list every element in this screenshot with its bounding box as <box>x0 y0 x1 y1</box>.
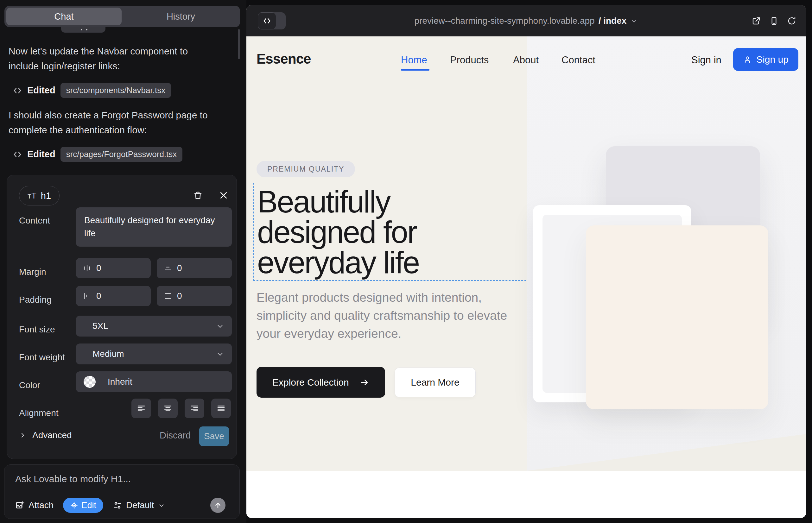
chevron-right-icon <box>19 432 27 439</box>
sign-in-link[interactable]: Sign in <box>691 54 721 66</box>
transparent-swatch-icon <box>84 376 96 388</box>
edit-mode-button[interactable]: Edit <box>63 498 103 513</box>
panel-tabs: Chat History <box>4 6 240 27</box>
code-icon <box>13 150 22 159</box>
edited-label: Edited <box>27 85 55 96</box>
nav-link-home[interactable]: Home <box>401 54 427 66</box>
padding-horizontal-icon <box>83 292 91 300</box>
align-justify-button[interactable] <box>211 399 231 418</box>
send-button[interactable] <box>210 498 226 513</box>
discard-button[interactable]: Discard <box>160 430 191 441</box>
hero-headline-line: everyday life <box>257 247 419 278</box>
scrolled-chip-partial <box>61 27 105 33</box>
mobile-view-icon[interactable] <box>769 16 779 26</box>
font-weight-select[interactable]: Medium <box>76 343 232 364</box>
url-bar[interactable]: preview--charming-site-symphony.lovable.… <box>246 5 806 36</box>
code-icon <box>13 86 22 95</box>
edited-label: Edited <box>27 149 55 160</box>
align-right-button[interactable] <box>184 399 204 418</box>
chat-panel: Chat History Now let's update the Navbar… <box>0 0 246 523</box>
font-weight-label: Font weight <box>19 353 65 362</box>
margin-y-input[interactable]: 0 <box>157 258 232 278</box>
refresh-icon[interactable] <box>787 16 796 26</box>
decorative-card-cream <box>586 226 768 409</box>
nav-active-underline <box>401 69 429 71</box>
alignment-label: Alignment <box>19 408 58 418</box>
hero-subtext: Elegant products designed with intention… <box>257 288 513 343</box>
font-size-label: Font size <box>19 325 55 335</box>
color-picker[interactable]: Inherit <box>76 371 232 392</box>
padding-vertical-icon <box>164 292 172 300</box>
advanced-toggle[interactable]: Advanced <box>19 430 72 440</box>
typography-icon: тT <box>28 191 36 201</box>
chevron-down-icon <box>216 322 224 330</box>
padding-x-input[interactable]: 0 <box>76 286 151 306</box>
site-canvas: Essence Home Products About Contact Sign… <box>246 36 806 518</box>
preview-window: preview--charming-site-symphony.lovable.… <box>246 5 806 518</box>
element-editor-panel: тT h1 Content Beautifully designed for e… <box>7 175 237 459</box>
padding-y-input[interactable]: 0 <box>157 286 232 306</box>
site-logo[interactable]: Essence <box>257 51 311 67</box>
save-button[interactable]: Save <box>199 427 229 446</box>
edited-file-row: Edited src/components/Navbar.tsx <box>13 83 171 98</box>
code-icon <box>258 12 276 30</box>
content-label: Content <box>19 216 50 226</box>
nav-link-about[interactable]: About <box>513 54 539 66</box>
hero-headline-line: Beautifully <box>257 186 390 217</box>
margin-x-input[interactable]: 0 <box>76 258 151 278</box>
align-center-button[interactable] <box>158 399 178 418</box>
color-label: Color <box>19 380 40 390</box>
nav-link-contact[interactable]: Contact <box>562 54 595 66</box>
chevron-down-icon <box>216 350 224 358</box>
chevron-down-icon <box>158 502 165 509</box>
url-domain: preview--charming-site-symphony.lovable.… <box>414 16 595 26</box>
chevron-down-icon[interactable] <box>630 17 638 25</box>
font-size-select[interactable]: 5XL <box>76 315 232 337</box>
attach-image-icon <box>15 501 25 510</box>
nav-link-products[interactable]: Products <box>450 54 489 66</box>
open-external-icon[interactable] <box>752 16 761 26</box>
edited-file-row: Edited src/pages/ForgotPassword.tsx <box>13 147 182 162</box>
learn-more-button[interactable]: Learn More <box>394 367 476 397</box>
element-tag-pill: тT h1 <box>19 186 59 205</box>
tab-history[interactable]: History <box>122 6 240 27</box>
file-chip[interactable]: src/pages/ForgotPassword.tsx <box>60 147 183 162</box>
premium-quality-badge: PREMIUM QUALITY <box>257 161 355 177</box>
padding-label: Padding <box>19 295 52 305</box>
close-icon[interactable] <box>217 188 231 202</box>
model-default-selector[interactable]: Default <box>113 500 165 510</box>
explore-collection-button[interactable]: Explore Collection <box>257 367 385 398</box>
attach-button[interactable]: Attach <box>15 500 54 510</box>
code-preview-toggle[interactable] <box>258 12 286 30</box>
content-input[interactable]: Beautifully designed for everyday life <box>76 208 232 247</box>
delete-element-button[interactable] <box>191 188 205 202</box>
margin-label: Margin <box>19 267 46 277</box>
sliders-icon <box>113 501 122 510</box>
element-tag: h1 <box>41 191 51 201</box>
assistant-message: I should also create a Forgot Password p… <box>8 108 217 138</box>
url-path: / index <box>599 16 627 26</box>
user-icon <box>743 55 752 64</box>
margin-vertical-icon <box>164 264 172 272</box>
preview-topbar: preview--charming-site-symphony.lovable.… <box>246 5 806 36</box>
hero-headline-line: designed for <box>257 217 417 247</box>
margin-horizontal-icon <box>83 264 91 272</box>
composer: Ask Lovable to modify H1... Attach Edit <box>4 465 240 519</box>
lovable-app: Chat History Now let's update the Navbar… <box>0 0 812 523</box>
align-left-button[interactable] <box>131 399 151 418</box>
file-chip[interactable]: src/components/Navbar.tsx <box>60 83 171 98</box>
assistant-message: Now let's update the Navbar component to… <box>8 44 217 73</box>
target-icon <box>70 501 78 509</box>
composer-input[interactable]: Ask Lovable to modify H1... <box>15 474 131 484</box>
chat-scrollbar[interactable] <box>238 29 240 59</box>
arrow-right-icon <box>360 378 369 387</box>
sign-up-button[interactable]: Sign up <box>733 48 798 71</box>
tab-chat[interactable]: Chat <box>6 7 122 25</box>
